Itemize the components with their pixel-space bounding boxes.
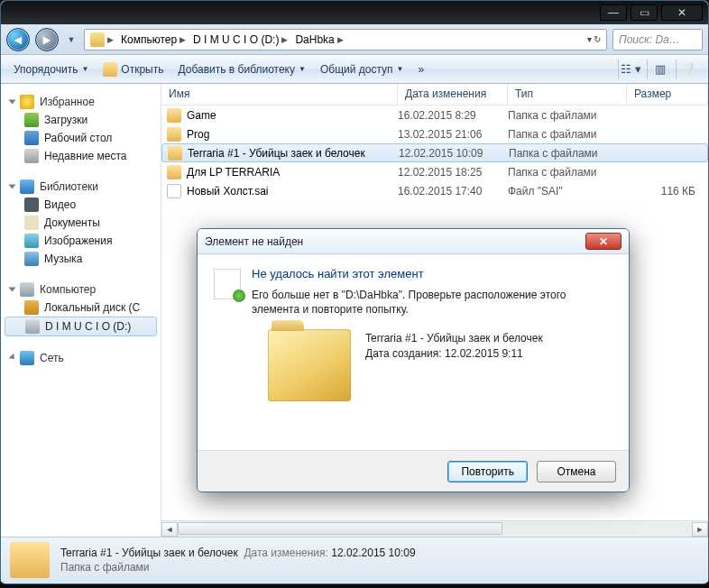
add-to-library-menu[interactable]: Добавить в библиотеку▼ bbox=[172, 61, 310, 78]
file-row[interactable]: Новый Холст.sai16.02.2015 17:40Файл "SAI… bbox=[161, 181, 708, 200]
folder-large-icon bbox=[268, 329, 351, 401]
dialog-title: Элемент не найден bbox=[205, 235, 303, 248]
recent-icon bbox=[24, 149, 39, 163]
file-row[interactable]: Для LP TERRARIA12.02.2015 18:25Папка с ф… bbox=[161, 162, 708, 181]
file-icon bbox=[167, 184, 181, 198]
sidebar-item-music[interactable]: Музыка bbox=[1, 250, 161, 268]
local-disk-icon bbox=[24, 300, 39, 315]
sidebar-item-recent[interactable]: Недавние места bbox=[1, 147, 161, 165]
details-pane: Terraria #1 - Убийцы заек и белочек Дата… bbox=[1, 537, 708, 582]
close-button[interactable]: ✕ bbox=[661, 5, 703, 21]
forward-button[interactable]: ► bbox=[35, 28, 59, 51]
col-modified[interactable]: Дата изменения bbox=[398, 84, 508, 105]
cancel-button[interactable]: Отмена bbox=[537, 461, 616, 482]
file-row[interactable]: Game16.02.2015 8:29Папка с файлами bbox=[161, 106, 708, 124]
sidebar-item-drive-c[interactable]: Локальный диск (C bbox=[1, 299, 161, 317]
libraries-group[interactable]: Библиотеки Видео Документы Изображения М… bbox=[1, 174, 161, 277]
star-icon bbox=[20, 95, 34, 109]
folder-icon bbox=[90, 32, 105, 47]
breadcrumb-seg[interactable]: Компьютер bbox=[121, 33, 177, 46]
dialog-heading: Не удалось найти этот элемент bbox=[252, 267, 612, 280]
document-refresh-icon bbox=[214, 269, 241, 299]
titlebar[interactable]: — ▭ ✕ bbox=[1, 1, 708, 24]
folder-icon bbox=[167, 165, 181, 179]
scroll-right-button[interactable]: ► bbox=[692, 522, 708, 537]
network-group[interactable]: Сеть bbox=[1, 345, 161, 376]
col-size[interactable]: Размер bbox=[627, 84, 708, 105]
libraries-icon bbox=[20, 179, 34, 194]
computer-group[interactable]: Компьютер Локальный диск (C D I M U C I … bbox=[1, 277, 161, 345]
dialog-close-button[interactable]: ✕ bbox=[585, 233, 622, 250]
sidebar-item-documents[interactable]: Документы bbox=[1, 214, 161, 232]
details-type: Папка с файлами bbox=[60, 561, 416, 574]
address-bar[interactable]: ▶ Компьютер▶ D I M U C I O (D:)▶ DaHbka▶… bbox=[84, 29, 607, 51]
file-row[interactable]: Prog13.02.2015 21:06Папка с файлами bbox=[161, 124, 708, 143]
folder-icon bbox=[168, 146, 182, 161]
chevron-down-icon[interactable]: ▾ bbox=[587, 34, 592, 44]
pictures-icon bbox=[24, 234, 39, 248]
breadcrumb-seg[interactable]: DaHbka bbox=[295, 33, 334, 46]
col-name[interactable]: Имя bbox=[161, 84, 398, 105]
computer-icon bbox=[20, 282, 34, 297]
network-icon bbox=[20, 351, 34, 365]
favorites-group[interactable]: Избранное Загрузки Рабочий стол Недавние… bbox=[1, 89, 161, 174]
folder-icon bbox=[167, 108, 181, 123]
documents-icon bbox=[24, 216, 39, 230]
sidebar-item-desktop[interactable]: Рабочий стол bbox=[1, 129, 161, 147]
folder-icon bbox=[167, 127, 181, 142]
maximize-button[interactable]: ▭ bbox=[631, 5, 658, 21]
refresh-icon[interactable]: ↻ bbox=[594, 34, 601, 44]
minimize-button[interactable]: — bbox=[600, 5, 627, 21]
sidebar-item-drive-d[interactable]: D I M U C I O (D:) bbox=[5, 317, 157, 336]
dialog-item-name: Terraria #1 - Убийцы заек и белочек bbox=[365, 331, 612, 346]
column-headers[interactable]: Имя Дата изменения Тип Размер bbox=[161, 84, 708, 106]
sidebar-item-downloads[interactable]: Загрузки bbox=[1, 111, 161, 129]
help-button[interactable]: ❔ bbox=[676, 60, 701, 79]
desktop-icon bbox=[24, 131, 39, 145]
horizontal-scrollbar[interactable]: ◄ ► bbox=[161, 520, 708, 537]
toolbar: Упорядочить▼ Открыть Добавить в библиоте… bbox=[1, 55, 708, 84]
sidebar-item-videos[interactable]: Видео bbox=[1, 196, 161, 214]
search-input[interactable]: Поиск: Da… bbox=[612, 29, 703, 51]
error-dialog: Элемент не найден ✕ Не удалось найти это… bbox=[197, 228, 630, 492]
details-name: Terraria #1 - Убийцы заек и белочек bbox=[60, 547, 238, 559]
navigation-pane[interactable]: Избранное Загрузки Рабочий стол Недавние… bbox=[1, 84, 161, 537]
history-dropdown[interactable]: ▼ bbox=[64, 30, 78, 50]
breadcrumb-seg[interactable]: D I M U C I O (D:) bbox=[193, 33, 279, 46]
organize-menu[interactable]: Упорядочить▼ bbox=[8, 61, 94, 78]
retry-button[interactable]: Повторить bbox=[447, 461, 528, 482]
music-icon bbox=[24, 252, 39, 266]
share-menu[interactable]: Общий доступ▼ bbox=[315, 61, 410, 78]
video-icon bbox=[24, 198, 39, 212]
dialog-titlebar[interactable]: Элемент не найден ✕ bbox=[198, 229, 629, 254]
scroll-left-button[interactable]: ◄ bbox=[161, 522, 178, 537]
back-button[interactable]: ◄ bbox=[6, 28, 30, 51]
nav-bar: ◄ ► ▼ ▶ Компьютер▶ D I M U C I O (D:)▶ D… bbox=[1, 24, 708, 55]
folder-icon bbox=[10, 542, 50, 578]
overflow-button[interactable]: » bbox=[412, 61, 429, 78]
scrollbar-thumb[interactable] bbox=[178, 522, 502, 535]
preview-pane-button[interactable]: ▥ bbox=[647, 60, 672, 79]
dialog-body: Его больше нет в "D:\DaHbka". Проверьте … bbox=[252, 288, 612, 317]
view-options-button[interactable]: ☷ ▾ bbox=[618, 60, 643, 79]
file-row[interactable]: Terraria #1 - Убийцы заек и белочек12.02… bbox=[161, 143, 708, 162]
drive-icon bbox=[25, 319, 40, 334]
open-folder-icon bbox=[103, 62, 117, 77]
sidebar-item-pictures[interactable]: Изображения bbox=[1, 232, 161, 250]
downloads-icon bbox=[24, 113, 39, 127]
open-button[interactable]: Открыть bbox=[97, 60, 169, 78]
col-type[interactable]: Тип bbox=[508, 84, 627, 105]
